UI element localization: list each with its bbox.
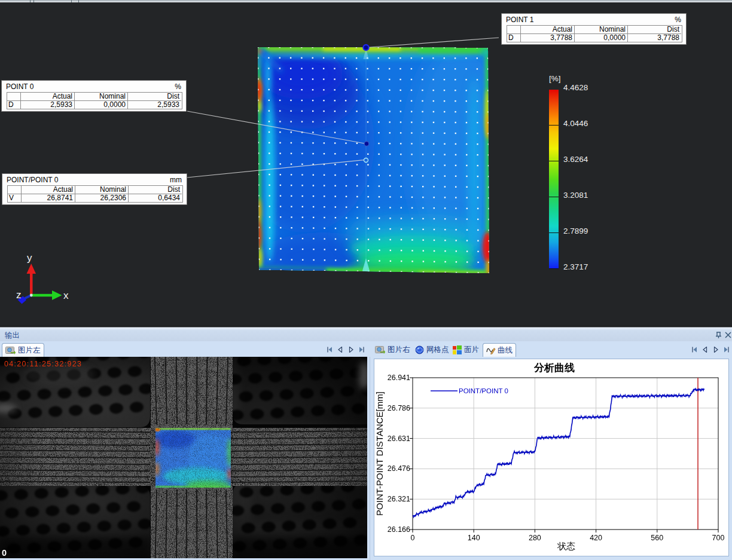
svg-text:26.941: 26.941 bbox=[388, 374, 410, 382]
svg-text:分析曲线: 分析曲线 bbox=[533, 362, 575, 374]
svg-text:y: y bbox=[27, 252, 32, 264]
svg-text:z: z bbox=[16, 289, 22, 301]
svg-text:280: 280 bbox=[529, 534, 541, 542]
svg-text:0: 0 bbox=[411, 534, 415, 542]
svg-text:140: 140 bbox=[468, 534, 480, 542]
svg-text:x: x bbox=[63, 290, 69, 301]
svg-text:560: 560 bbox=[651, 534, 663, 542]
svg-text:状态: 状态 bbox=[557, 541, 575, 551]
svg-text:420: 420 bbox=[590, 534, 602, 542]
svg-text:04:20:11:25:32:923: 04:20:11:25:32:923 bbox=[4, 360, 82, 368]
svg-text:26.476: 26.476 bbox=[388, 464, 410, 473]
svg-text:26.166: 26.166 bbox=[388, 525, 410, 534]
svg-text:26.321: 26.321 bbox=[388, 495, 410, 503]
svg-text:700: 700 bbox=[712, 534, 725, 542]
svg-text:POINT-POINT DISTANCE[mm]: POINT-POINT DISTANCE[mm] bbox=[374, 391, 385, 516]
svg-text:26.631: 26.631 bbox=[388, 434, 410, 443]
svg-text:0: 0 bbox=[2, 548, 7, 558]
svg-text:26.786: 26.786 bbox=[388, 404, 410, 412]
svg-text:POINT/POINT 0: POINT/POINT 0 bbox=[459, 387, 508, 394]
